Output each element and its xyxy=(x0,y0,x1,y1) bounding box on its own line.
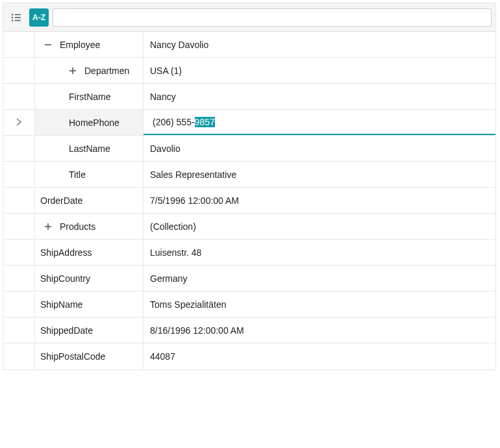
plus-icon xyxy=(69,67,77,75)
search-input[interactable] xyxy=(53,8,492,27)
categorize-button[interactable] xyxy=(7,8,25,27)
property-label: FirstName xyxy=(69,92,111,102)
minus-icon xyxy=(44,41,52,49)
editor[interactable]: (206) 555-9857 xyxy=(144,110,495,135)
property-grid: Employee Nancy Davolio Departmen USA (1) xyxy=(3,32,495,369)
label-cell: ShipPostalCode xyxy=(34,343,144,369)
row-homephone[interactable]: HomePhone (206) 555-9857 xyxy=(3,110,495,136)
property-grid-panel: A-Z Employee Nancy Davolio xyxy=(3,3,496,370)
property-label: ShipAddress xyxy=(40,247,92,258)
value-cell[interactable]: Davolio xyxy=(144,136,495,161)
text-pre: (206) 555- xyxy=(153,117,195,127)
value-cell[interactable]: (Collection) xyxy=(144,214,495,239)
expand-button[interactable] xyxy=(66,64,79,77)
value-cell[interactable]: 8/16/1996 12:00:00 AM xyxy=(144,317,495,343)
value-cell[interactable]: Toms Spezialitäten xyxy=(144,292,495,317)
label-cell: ShipAddress xyxy=(34,240,144,265)
row-employee[interactable]: Employee Nancy Davolio xyxy=(3,32,495,58)
property-label: Departmen xyxy=(84,66,129,76)
value-cell[interactable]: Luisenstr. 48 xyxy=(144,240,495,265)
value-cell[interactable]: 7/5/1996 12:00:00 AM xyxy=(144,188,495,213)
row-lastname[interactable]: LastName Davolio xyxy=(3,136,495,162)
svg-point-4 xyxy=(12,17,13,18)
property-label: OrderDate xyxy=(40,195,82,206)
row-firstname[interactable]: FirstName Nancy xyxy=(3,84,495,110)
value-cell[interactable]: Sales Representative xyxy=(144,162,495,187)
row-shipaddress[interactable]: ShipAddress Luisenstr. 48 xyxy=(3,240,495,266)
homephone-input[interactable]: (206) 555-9857 xyxy=(149,117,215,127)
row-shipname[interactable]: ShipName Toms Spezialitäten xyxy=(3,292,495,317)
value-cell[interactable]: Germany xyxy=(144,266,495,291)
label-cell: Employee xyxy=(34,32,144,57)
row-orderdate[interactable]: OrderDate 7/5/1996 12:00:00 AM xyxy=(3,188,495,214)
toolbar: A-Z xyxy=(3,3,495,32)
value-cell[interactable]: (206) 555-9857 xyxy=(144,110,495,135)
plus-icon xyxy=(44,223,52,230)
row-title[interactable]: Title Sales Representative xyxy=(3,162,495,188)
property-label: ShippedDate xyxy=(40,325,93,336)
svg-point-3 xyxy=(12,14,13,15)
label-cell: Products xyxy=(34,214,144,239)
property-label: ShipCountry xyxy=(40,273,90,284)
value-cell[interactable]: 44087 xyxy=(144,343,495,369)
svg-point-5 xyxy=(12,19,13,21)
label-cell: Title xyxy=(34,162,144,187)
label-cell: Departmen xyxy=(34,58,144,83)
property-label: ShipName xyxy=(40,299,82,310)
row-shippostal[interactable]: ShipPostalCode 44087 xyxy=(3,343,495,369)
label-cell: HomePhone xyxy=(34,110,144,135)
label-cell: LastName xyxy=(34,136,144,161)
chevron-right-icon xyxy=(15,118,23,128)
expand-button[interactable] xyxy=(42,220,55,233)
property-label: HomePhone xyxy=(69,118,119,128)
label-cell: FirstName xyxy=(34,84,144,109)
collapse-button[interactable] xyxy=(42,38,55,51)
label-cell: ShipCountry xyxy=(34,266,144,291)
value-cell[interactable]: Nancy Davolio xyxy=(144,32,495,57)
text-selection: 9857 xyxy=(195,117,215,127)
label-cell: ShippedDate xyxy=(34,317,144,343)
row-shipcountry[interactable]: ShipCountry Germany xyxy=(3,266,495,292)
label-cell: ShipName xyxy=(34,292,144,317)
row-shippeddate[interactable]: ShippedDate 8/16/1996 12:00:00 AM xyxy=(3,317,495,343)
sort-button[interactable]: A-Z xyxy=(29,8,49,27)
property-label: Employee xyxy=(60,40,100,50)
row-indicator xyxy=(3,118,34,128)
property-label: LastName xyxy=(69,143,110,154)
property-label: ShipPostalCode xyxy=(40,351,105,362)
value-cell[interactable]: USA (1) xyxy=(144,58,495,83)
list-icon xyxy=(10,12,22,23)
value-cell[interactable]: Nancy xyxy=(144,84,495,109)
label-cell: OrderDate xyxy=(34,188,144,213)
row-products[interactable]: Products (Collection) xyxy=(3,214,495,240)
property-label: Title xyxy=(69,169,86,180)
row-department[interactable]: Departmen USA (1) xyxy=(3,58,495,84)
property-label: Products xyxy=(60,221,95,232)
